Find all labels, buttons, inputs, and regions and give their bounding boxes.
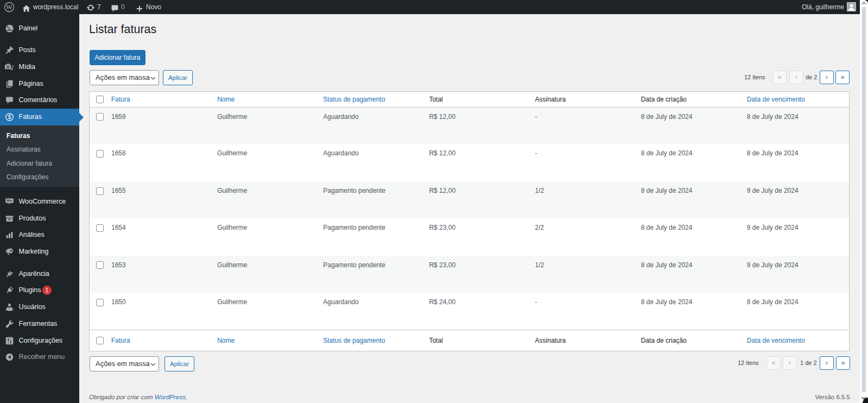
svg-text:Woo: Woo: [7, 199, 12, 202]
svg-text:$: $: [8, 114, 11, 120]
svg-text:W: W: [6, 3, 13, 11]
